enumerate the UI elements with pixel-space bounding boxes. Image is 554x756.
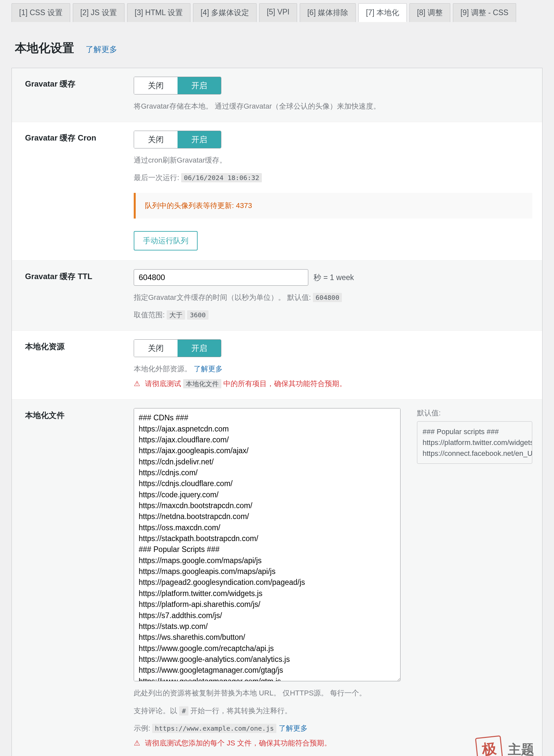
queue-count: 4373 [236, 201, 252, 210]
gravatar-ttl-suffix: 秒 = 1 week [314, 273, 354, 282]
settings-tabs: [1] CSS 设置 [2] JS 设置 [3] HTML 设置 [4] 多媒体… [11, 0, 543, 22]
tab-js[interactable]: [2] JS 设置 [73, 3, 124, 22]
gravatar-ttl-desc: 指定Gravatar文件缓存的时间（以秒为单位）。 默认值: 604800 [134, 292, 532, 303]
local-res-toggle: 关闭 开启 [134, 339, 221, 357]
local-files-desc1: 此处列出的资源将被复制并替换为本地 URL。 仅HTTPS源。 每行一个。 [134, 687, 532, 699]
gravatar-cron-desc: 通过cron刷新Gravatar缓存。 [134, 154, 532, 166]
gravatar-cache-toggle: 关闭 开启 [134, 77, 221, 94]
gravatar-ttl-label: Gravatar 缓存 TTL [12, 261, 134, 330]
local-files-warn: ⚠ 请彻底测试您添加的每个 JS 文件，确保其功能符合预期。 [134, 737, 532, 749]
local-res-warn: ⚠ 请彻底测试 本地化文件 中的所有项目，确保其功能符合预期。 [134, 378, 532, 389]
warning-icon: ⚠ [134, 379, 140, 388]
local-res-on[interactable]: 开启 [177, 340, 221, 357]
gravatar-cache-desc: 将Gravatar存储在本地。 通过缓存Gravatar（全球公认的头像）来加快… [134, 101, 532, 112]
tab-localization[interactable]: [7] 本地化 [358, 3, 407, 22]
local-files-example: 示例: https://www.example.com/one.js 了解更多 [134, 722, 532, 734]
gravatar-queue-notice: 队列中的头像列表等待更新: 4373 [134, 193, 532, 218]
gravatar-cron-on[interactable]: 开启 [177, 131, 221, 148]
tab-css[interactable]: [1] CSS 设置 [11, 3, 70, 22]
local-files-learn-more[interactable]: 了解更多 [279, 724, 308, 732]
gravatar-ttl-input[interactable] [134, 269, 308, 286]
learn-more-link[interactable]: 了解更多 [86, 44, 117, 55]
local-res-learn-more[interactable]: 了解更多 [194, 365, 223, 373]
gravatar-cron-toggle: 关闭 开启 [134, 131, 221, 148]
local-res-off[interactable]: 关闭 [134, 340, 177, 357]
last-run-value: 06/16/2024 18:06:32 [181, 173, 262, 182]
gravatar-cron-label: Gravatar 缓存 Cron [12, 122, 134, 260]
local-files-desc2: 支持评论。以 # 开始一行，将其转换为注释行。 [134, 705, 532, 716]
local-files-textarea[interactable]: ### CDNs ### https://ajax.aspnetcdn.com … [134, 408, 400, 681]
tab-media-excludes[interactable]: [6] 媒体排除 [300, 3, 356, 22]
tab-vpi[interactable]: [5] VPI [259, 3, 297, 22]
watermark: 极 主题 WWW.BANZHUTI.COM [476, 737, 534, 756]
local-res-label: 本地化资源 [12, 331, 134, 399]
gravatar-cache-off[interactable]: 关闭 [134, 77, 177, 94]
ttl-default-code: 604800 [313, 293, 342, 302]
local-res-desc: 本地化外部资源。 了解更多 [134, 363, 532, 375]
local-files-label: 本地化文件 [12, 399, 134, 756]
gravatar-cache-label: Gravatar 缓存 [12, 68, 134, 122]
run-queue-button[interactable]: 手动运行队列 [134, 231, 198, 250]
tab-html[interactable]: [3] HTML 设置 [127, 3, 190, 22]
tab-tuning-css[interactable]: [9] 调整 - CSS [453, 3, 516, 22]
gravatar-ttl-range: 取值范围: 大于 3600 [134, 309, 532, 321]
gravatar-cron-off[interactable]: 关闭 [134, 131, 177, 148]
default-values-box: ### Popular scripts ### https://platform… [417, 421, 532, 464]
watermark-text: 主题 [508, 742, 534, 756]
tab-media[interactable]: [4] 多媒体设定 [193, 3, 257, 22]
gravatar-cache-on[interactable]: 开启 [177, 77, 221, 94]
default-label: 默认值: [417, 408, 532, 418]
warning-icon: ⚠ [134, 739, 140, 747]
tab-tuning[interactable]: [8] 调整 [409, 3, 450, 22]
page-title: 本地化设置 [15, 40, 74, 56]
gravatar-cron-lastrun: 最后一次运行: 06/16/2024 18:06:32 [134, 172, 532, 183]
watermark-stamp: 极 [475, 735, 503, 756]
